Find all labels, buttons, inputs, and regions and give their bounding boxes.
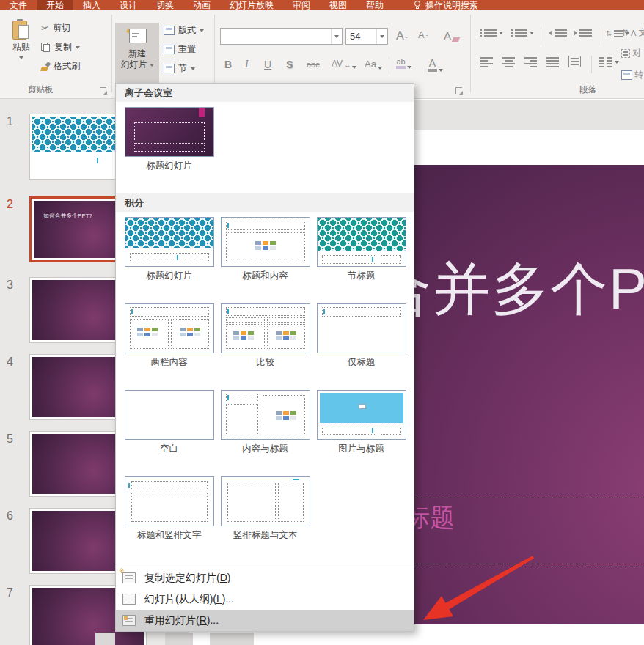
layout-option-ion-title[interactable]: 标题幻灯片: [121, 107, 217, 171]
reset-label: 重置: [178, 43, 196, 56]
increase-font-size-button[interactable]: Aˆ: [396, 29, 407, 43]
text-cursor: [372, 257, 373, 262]
menu-item-D[interactable]: 复制选定幻灯片(D): [116, 567, 414, 589]
pattern-band: [318, 218, 406, 251]
font-name-combobox[interactable]: [220, 28, 343, 45]
ribbon-tab-2[interactable]: 开始: [37, 0, 73, 10]
menu-item-L[interactable]: 幻灯片(从大纲)(L)...: [116, 589, 414, 610]
layout-option-vertical-title-text[interactable]: 竖排标题与文本: [217, 476, 313, 540]
columns-button[interactable]: [599, 57, 619, 67]
font-size-combobox[interactable]: 54: [345, 28, 388, 45]
font-dialog-launcher[interactable]: [455, 87, 462, 94]
underline-button[interactable]: U: [264, 59, 271, 70]
font-color-button[interactable]: A: [428, 57, 443, 72]
layout-option-content-caption[interactable]: 内容与标题: [217, 390, 313, 454]
copy-dropdown-caret: [76, 46, 80, 49]
accent-tab: [199, 108, 205, 117]
content-placeholder-icon: [255, 241, 276, 250]
layout-label: 标题和内容: [242, 270, 288, 281]
font-size-caret[interactable]: [376, 29, 387, 44]
layout-label: 仅标题: [348, 357, 376, 367]
section-button[interactable]: 节: [164, 62, 195, 75]
title-placeholder: [322, 255, 376, 264]
layout-label: 版式: [178, 24, 196, 37]
font-name-caret[interactable]: [331, 29, 342, 44]
justify-button[interactable]: [546, 57, 559, 67]
pattern-band: [125, 218, 213, 248]
ribbon-tab-5[interactable]: 切换: [147, 0, 183, 10]
ribbon-tab-4[interactable]: 设计: [110, 0, 147, 10]
strikethrough-button[interactable]: abc: [307, 60, 320, 69]
copy-label: 复制: [54, 41, 72, 54]
bullets-button[interactable]: [480, 29, 503, 37]
layout-option-section-header[interactable]: 节标题: [313, 217, 409, 281]
cut-label: 剪切: [53, 22, 70, 34]
ribbon-tab-7[interactable]: 幻灯片放映: [220, 0, 283, 10]
layout-thumbnail-title-vertical-text: [125, 476, 214, 526]
layout-option-title-content[interactable]: 标题和内容: [217, 217, 313, 281]
tell-me-search[interactable]: 操作说明搜索: [406, 0, 486, 10]
layout-thumbnail-blank: [125, 390, 214, 440]
decrease-indent-button[interactable]: [549, 29, 567, 37]
numbering-button[interactable]: [511, 29, 534, 37]
character-spacing-button[interactable]: AV↔: [332, 59, 356, 69]
vertical-title-placeholder: [278, 482, 304, 522]
ribbon-tab-1[interactable]: 文件: [0, 0, 37, 10]
slide-number: 1: [7, 115, 23, 128]
layout-label: 标题幻灯片: [146, 270, 192, 281]
ribbon-tab-8[interactable]: 审阅: [283, 0, 320, 10]
slide-number: 5: [7, 432, 23, 446]
paste-button[interactable]: 粘贴: [6, 16, 37, 86]
text-highlight-button[interactable]: ab: [396, 57, 411, 69]
layout-option-title-only[interactable]: 仅标题: [313, 303, 409, 367]
layout-option-title-vertical-text[interactable]: 标题和竖排文字: [121, 476, 217, 540]
align-center-button[interactable]: [502, 57, 515, 67]
title-placeholder: [322, 427, 376, 435]
picture-icon: [359, 404, 366, 409]
new-slide-button[interactable]: ✺ 新建 幻灯片: [115, 23, 159, 90]
menu-item-label: 重用幻灯片(R)...: [144, 614, 219, 627]
format-painter-button[interactable]: 格式刷: [41, 60, 80, 73]
ribbon-tab-6[interactable]: 动画: [183, 0, 220, 10]
tell-me-label: 操作说明搜索: [425, 0, 478, 12]
layout-label: 标题幻灯片: [146, 161, 192, 171]
layout-option-comparison[interactable]: 比较: [217, 303, 313, 367]
clear-formatting-button[interactable]: A: [444, 29, 459, 42]
align-left-button[interactable]: [480, 57, 493, 67]
layout-caret: [200, 29, 204, 32]
change-case-button[interactable]: Aa: [365, 59, 382, 70]
increase-indent-button[interactable]: [574, 29, 592, 37]
scissors-icon: ✂: [41, 23, 49, 34]
vertical-text-placeholder: [131, 493, 208, 522]
decrease-font-size-button[interactable]: Aˇ: [418, 29, 428, 40]
ribbon-tab-9[interactable]: 视图: [320, 0, 356, 10]
ribbon-tab-10[interactable]: 帮助: [356, 0, 393, 10]
bold-button[interactable]: B: [224, 59, 232, 70]
layout-option-two-content[interactable]: 两栏内容: [121, 303, 217, 367]
align-text-button[interactable]: 对: [621, 47, 641, 59]
cut-button[interactable]: ✂ 剪切: [41, 22, 70, 34]
italic-button[interactable]: I: [245, 59, 249, 70]
caption-right: [267, 317, 305, 322]
layout-option-integral-title[interactable]: 标题幻灯片: [121, 217, 217, 281]
distribute-text-button[interactable]: [568, 56, 581, 67]
layout-option-picture-caption[interactable]: 图片与标题: [313, 390, 409, 454]
copy-button[interactable]: 复制: [41, 41, 80, 54]
menu-item-R[interactable]: 重用幻灯片(R)...: [116, 610, 414, 631]
title-placeholder: [226, 394, 258, 402]
text-direction-button[interactable]: ⇈A文: [621, 26, 644, 39]
convert-to-smartart-button[interactable]: 转: [621, 69, 643, 81]
content-placeholder-icon: [137, 328, 158, 336]
clipboard-dialog-launcher[interactable]: [100, 87, 106, 94]
reset-button[interactable]: 重置: [164, 43, 196, 56]
slide-number: 4: [7, 355, 23, 369]
layout-button[interactable]: 版式: [164, 24, 204, 37]
layout-option-blank[interactable]: 空白: [121, 390, 217, 454]
slide-number: 7: [7, 586, 23, 600]
group-separator: [111, 15, 112, 92]
title-placeholder: [322, 307, 401, 317]
align-right-button[interactable]: [524, 57, 537, 67]
ribbon-tab-3[interactable]: 插入: [73, 0, 110, 10]
small-separator: [599, 28, 599, 45]
text-shadow-button[interactable]: S: [286, 59, 293, 70]
